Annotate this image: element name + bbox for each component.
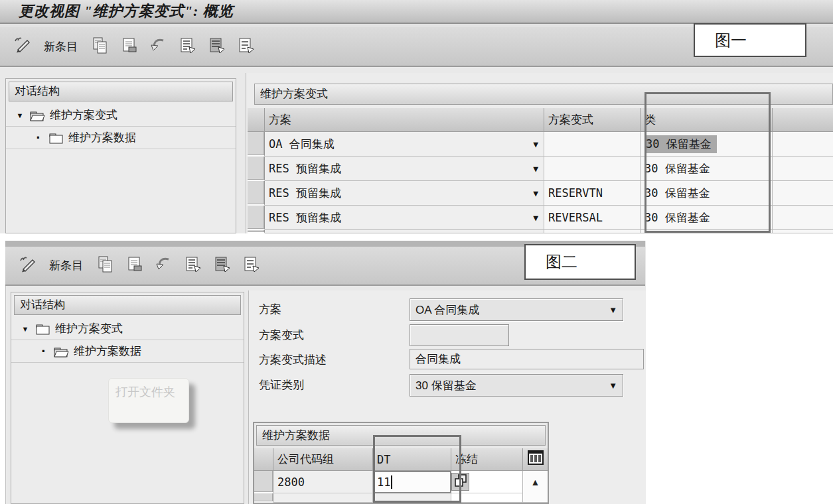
document-type-field-label: 凭证类别	[259, 375, 304, 396]
variant-description-field-label: 方案变式描述	[259, 349, 327, 371]
display-change-toggle-button[interactable]	[12, 36, 32, 56]
tree-node-maintenance-plan-data[interactable]: · 维护方案数据	[6, 127, 236, 149]
dialog-structure-header: 对话结构	[9, 82, 233, 101]
figure1-titlebar: 更改视图 "维护方案变式": 概览	[0, 0, 833, 24]
dropdown-arrow-icon[interactable]: ▼	[609, 381, 623, 391]
block-select-dark-button[interactable]	[212, 256, 232, 276]
row-selector[interactable]	[248, 206, 265, 230]
tree-node-maintenance-plan-variant[interactable]: ▼ 维护方案变式	[6, 104, 236, 127]
copy-button[interactable]	[95, 256, 115, 276]
doc-arrow-icon	[184, 255, 202, 276]
expand-triangle-icon[interactable]: ▼	[15, 111, 25, 119]
pencil-glasses-icon	[18, 255, 37, 277]
filler-cell	[773, 206, 833, 230]
scroll-up-arrow-icon: ▲	[531, 477, 540, 487]
plan-dropdown-cell[interactable]: RES 预留集成▼	[265, 157, 544, 181]
pencil-glasses-icon	[13, 36, 31, 57]
block-select-button[interactable]	[177, 36, 197, 56]
scrollbar-up-button[interactable]: ▲	[523, 471, 548, 493]
display-change-toggle-button[interactable]	[17, 256, 37, 276]
figure2-label: 图二	[526, 251, 577, 273]
undo-icon	[155, 255, 173, 276]
copy-as-button[interactable]	[124, 256, 144, 276]
company-code-group-cell[interactable]: 2800	[273, 471, 373, 493]
variant-cell[interactable]	[544, 132, 641, 157]
dropdown-arrow-icon[interactable]: ▼	[609, 305, 623, 315]
table-settings-icon	[527, 449, 544, 470]
copy-icon	[91, 36, 109, 57]
figure2-label-box: 图二	[524, 244, 636, 280]
row-selector[interactable]	[248, 181, 265, 206]
row-selector[interactable]	[248, 157, 265, 181]
tree-node-label: 维护方案数据	[74, 344, 141, 359]
annotation-box-dt-column	[373, 435, 461, 503]
filler-cell	[773, 181, 833, 206]
open-folder-icon	[53, 345, 69, 358]
tree-node-maintenance-plan-data[interactable]: · 维护方案数据	[11, 340, 244, 363]
column-header-variant[interactable]: 方案变式	[544, 108, 641, 132]
column-header-company-code-group[interactable]: 公司代码组	[273, 448, 373, 471]
variant-description-field[interactable]: 合同集成	[410, 349, 644, 369]
column-header-plan[interactable]: 方案	[265, 108, 544, 132]
undo-button[interactable]	[148, 36, 168, 56]
figure1-label: 图一	[695, 30, 747, 51]
row-selector[interactable]	[254, 471, 273, 493]
page-title: 更改视图 "维护方案变式": 概览	[0, 0, 833, 22]
select-all-header-cell[interactable]	[248, 108, 265, 132]
tree-bullet: ·	[34, 129, 43, 147]
tree-node-label: 维护方案数据	[68, 130, 136, 145]
new-entries-button[interactable]: 新条目	[46, 258, 86, 273]
copy-icon	[96, 255, 114, 276]
plan-field-label: 方案	[259, 299, 281, 320]
row-selector	[248, 230, 265, 233]
copy-as-icon	[120, 36, 138, 57]
copy-button[interactable]	[90, 36, 110, 56]
copy-as-button[interactable]	[119, 36, 139, 56]
filler-cell	[773, 132, 833, 157]
dropdown-arrow-icon[interactable]: ▼	[533, 139, 544, 149]
tree-node-label: 维护方案变式	[50, 107, 117, 123]
tree-bullet: ·	[39, 343, 48, 360]
doc-arrow-dark-icon	[213, 255, 231, 276]
plan-dropdown[interactable]: OA 合同集成 ▼	[410, 298, 623, 321]
document-type-dropdown[interactable]: 30 保留基金 ▼	[410, 374, 623, 397]
column-header-filler	[773, 108, 833, 132]
annotation-box-category-column	[644, 92, 771, 233]
plan-dropdown-cell[interactable]: RES 预留集成▼	[265, 206, 544, 230]
new-entries-button[interactable]: 新条目	[41, 39, 80, 54]
undo-button[interactable]	[153, 256, 173, 276]
doc-arrow-dark-icon	[208, 36, 226, 57]
tooltip-text: 打开文件夹	[115, 385, 175, 399]
filler-cell	[773, 157, 833, 181]
figure1-label-box: 图一	[694, 23, 806, 57]
figure1-dialog-structure-panel: 对话结构 ▼ 维护方案变式 · 维护方案数据	[5, 78, 236, 233]
plan-dropdown-cell[interactable]: OA 合同集成▼	[265, 132, 544, 157]
plan-dropdown-cell[interactable]: RES 预留集成▼	[265, 181, 544, 206]
variant-cell[interactable]	[544, 157, 641, 181]
variant-cell[interactable]: REVERSAL	[544, 206, 641, 230]
expand-triangle-icon[interactable]: ▼	[21, 325, 30, 333]
select-all-header-cell[interactable]	[254, 448, 273, 471]
dropdown-arrow-icon[interactable]: ▼	[533, 188, 544, 198]
row-selector[interactable]	[248, 132, 265, 157]
dropdown-arrow-icon[interactable]: ▼	[533, 213, 544, 223]
column-header-freeze[interactable]: 冻结	[451, 448, 523, 471]
plan-variant-input[interactable]	[410, 324, 509, 346]
block-select-light-button[interactable]	[236, 36, 256, 56]
copy-as-icon	[125, 255, 143, 276]
table-settings-cell[interactable]	[523, 448, 548, 471]
block-select-dark-button[interactable]	[206, 36, 226, 56]
doc-arrow-icon	[179, 36, 196, 57]
block-select-light-button[interactable]	[241, 256, 261, 276]
dropdown-arrow-icon[interactable]: ▼	[533, 164, 544, 174]
page: 更改视图 "维护方案变式": 概览 新条目 对话结构 ▼	[0, 0, 833, 504]
open-folder-tooltip: 打开文件夹	[108, 378, 189, 423]
tree-node-maintenance-plan-variant[interactable]: ▼ 维护方案变式	[11, 318, 244, 340]
undo-icon	[149, 36, 167, 57]
block-select-button[interactable]	[183, 256, 202, 276]
variant-cell[interactable]: RESERVTN	[544, 181, 641, 206]
doc-arrow-light-icon	[242, 255, 260, 276]
closed-folder-icon	[35, 322, 50, 336]
open-folder-icon	[29, 109, 45, 122]
doc-arrow-light-icon	[237, 36, 255, 57]
